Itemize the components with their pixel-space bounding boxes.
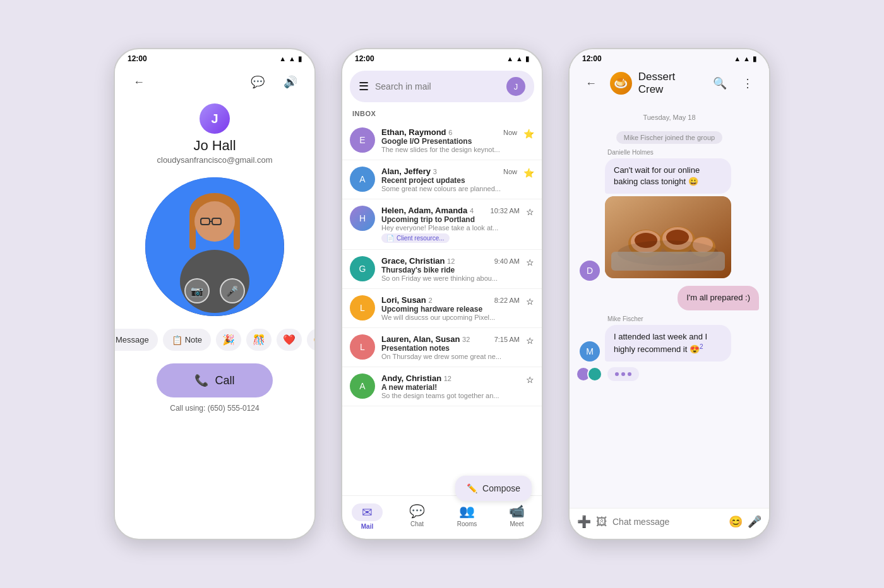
msg-row-2: I'm all prepared :)	[580, 286, 759, 310]
email-star-3[interactable]: ☆	[526, 207, 534, 217]
email-item-2[interactable]: A Alan, Jeffery 3 Now Recent project upd…	[342, 160, 542, 199]
message-chip[interactable]: ▷ Message	[114, 329, 158, 351]
msg-avatar-3: M	[580, 341, 600, 362]
video-overlay-btn[interactable]: 📷	[184, 278, 210, 303]
email-item-7[interactable]: A Andy, Christian 12 A new material! So …	[342, 367, 542, 406]
note-chip[interactable]: 📋 Note	[163, 329, 211, 351]
chat-back-button[interactable]: ←	[580, 72, 602, 95]
email-header-1: Ethan, Raymond 6 Now	[381, 127, 517, 137]
email-time-3: 10:32 AM	[491, 207, 520, 215]
note-icon: 📋	[172, 335, 182, 345]
contact-avatar-small: J	[200, 103, 230, 134]
nav-meet[interactable]: 📹 Meet	[492, 501, 542, 532]
chat-search-button[interactable]: 🔍	[708, 72, 731, 95]
user-avatar[interactable]: J	[506, 77, 525, 96]
search-bar[interactable]: ☰ J	[350, 71, 534, 102]
email-star-7[interactable]: ☆	[526, 375, 534, 385]
email-item-4[interactable]: G Grace, Christian 12 9:40 AM Thursday's…	[342, 250, 542, 289]
wifi-icon: ▲	[279, 55, 286, 62]
nav-mail[interactable]: ✉ Mail	[342, 501, 392, 532]
battery-icon: ▮	[298, 55, 302, 63]
email-item-3[interactable]: H Helen, Adam, Amanda 4 10:32 AM Upcomin…	[342, 199, 542, 250]
email-star-4[interactable]: ☆	[526, 257, 534, 268]
compose-fab[interactable]: ✏️ Compose	[455, 476, 532, 501]
status-icons-3: ▲ ▲ ▮	[734, 55, 756, 63]
svg-rect-21	[611, 252, 725, 271]
email-avatar-3: H	[350, 206, 375, 231]
back-button[interactable]: ←	[128, 71, 150, 93]
msg-sender-1: Danielle Holmes	[607, 149, 759, 156]
email-sender-6: Lauren, Alan, Susan 32	[381, 334, 470, 344]
email-star-2[interactable]: ⭐	[523, 168, 534, 178]
msg-bubble-3: I attended last week and I highly recomm…	[605, 325, 731, 362]
contact-email: cloudysanfrancisco@gmail.com	[157, 155, 273, 165]
mic-overlay-btn[interactable]: 🎤	[220, 278, 245, 303]
speaker-button[interactable]: 🔊	[279, 71, 302, 93]
wifi-icon-2: ▲	[506, 55, 513, 62]
email-body-4: Grace, Christian 12 9:40 AM Thursday's b…	[381, 256, 520, 282]
email-preview-2: Some great new colours are planned...	[381, 185, 517, 192]
rooms-nav-icon: 👥	[459, 503, 475, 519]
mail-nav-icon: ✉	[362, 505, 373, 519]
email-star-6[interactable]: ☆	[526, 336, 534, 346]
email-time-5: 8:22 AM	[494, 297, 520, 304]
emoji-chip-3[interactable]: ❤️	[277, 329, 302, 351]
status-icons-1: ▲ ▲ ▮	[279, 55, 302, 63]
phone-contacts: 12:00 ▲ ▲ ▮ ← 💬 🔊 J Jo Hall	[114, 48, 316, 540]
mic-chat-icon[interactable]: 🎤	[748, 515, 762, 529]
battery-icon-2: ▮	[525, 55, 529, 63]
dot-3	[628, 372, 631, 376]
hamburger-icon[interactable]: ☰	[359, 79, 369, 93]
emoji-chip-4[interactable]: 😍	[307, 329, 316, 351]
chat-button[interactable]: 💬	[246, 71, 269, 93]
svg-rect-4	[234, 212, 240, 250]
chat-header: ← 🍮 Dessert Crew 🔍 ⋮	[570, 66, 769, 101]
email-subject-3: Upcoming trip to Portland	[381, 215, 520, 224]
email-item-5[interactable]: L Lori, Susan 2 8:22 AM Upcoming hardwar…	[342, 289, 542, 328]
chat-nav-label: Chat	[410, 520, 424, 527]
email-star-1[interactable]: ⭐	[523, 129, 534, 139]
email-sender-3: Helen, Adam, Amanda 4	[381, 206, 474, 215]
chat-input[interactable]	[612, 517, 724, 527]
status-bar-3: 12:00 ▲ ▲ ▮	[570, 49, 769, 66]
signal-icon-2: ▲	[516, 55, 523, 62]
mail-content: ☰ J INBOX E Ethan, Raymond 6 Now Google …	[342, 66, 542, 535]
search-input[interactable]	[375, 81, 500, 91]
nav-rooms[interactable]: 👥 Rooms	[442, 501, 492, 532]
email-item-6[interactable]: L Lauren, Alan, Susan 32 7:15 AM Present…	[342, 328, 542, 367]
email-sender-4: Grace, Christian 12	[381, 256, 455, 266]
email-subject-4: Thursday's bike ride	[381, 266, 520, 274]
chat-messages: Tuesday, May 18 Mike Fischer joined the …	[570, 101, 769, 508]
chat-more-button[interactable]: ⋮	[736, 72, 759, 95]
nav-chat[interactable]: 💬 Chat	[392, 501, 442, 532]
email-preview-1: The new slides for the design keynot...	[381, 146, 517, 153]
call-button[interactable]: 📞 Call	[157, 363, 272, 397]
status-time-2: 12:00	[355, 54, 374, 63]
call-overlay: 📷 🎤	[184, 278, 245, 303]
email-avatar-5: L	[350, 295, 375, 320]
emoji-chip-2[interactable]: 🎊	[246, 329, 272, 351]
contact-name: Jo Hall	[193, 138, 236, 154]
msg-image-1	[605, 196, 731, 281]
msg-bubble-2: I'm all prepared :)	[678, 286, 759, 310]
email-preview-3: Hey everyone! Please take a look at...	[381, 224, 520, 232]
email-star-5[interactable]: ☆	[526, 297, 534, 307]
msg-bubble-group-1: Can't wait for our online baking class t…	[605, 158, 731, 281]
mic-overlay-icon: 🎤	[226, 285, 239, 297]
chat-title: Dessert Crew	[638, 71, 701, 96]
email-body-5: Lori, Susan 2 8:22 AM Upcoming hardware …	[381, 295, 520, 321]
gif-icon[interactable]: 🖼	[596, 515, 607, 529]
email-preview-6: On Thursday we drew some great ne...	[381, 353, 520, 360]
email-subject-2: Recent project updates	[381, 176, 517, 185]
email-item-1[interactable]: E Ethan, Raymond 6 Now Google I/O Presen…	[342, 121, 542, 160]
emoji-chip-1[interactable]: 🎉	[216, 329, 241, 351]
email-subject-1: Google I/O Presentations	[381, 137, 517, 146]
chat-input-bar: ➕ 🖼 😊 🎤	[570, 508, 769, 535]
add-icon[interactable]: ➕	[577, 515, 591, 529]
emoji-icon[interactable]: 😊	[729, 515, 743, 529]
email-preview-4: So on Friday we were thinking abou...	[381, 274, 520, 282]
typing-avatar-2	[587, 367, 602, 382]
email-body-2: Alan, Jeffery 3 Now Recent project updat…	[381, 167, 517, 192]
msg-avatar-1: D	[580, 261, 600, 281]
meet-nav-icon: 📹	[509, 503, 525, 519]
